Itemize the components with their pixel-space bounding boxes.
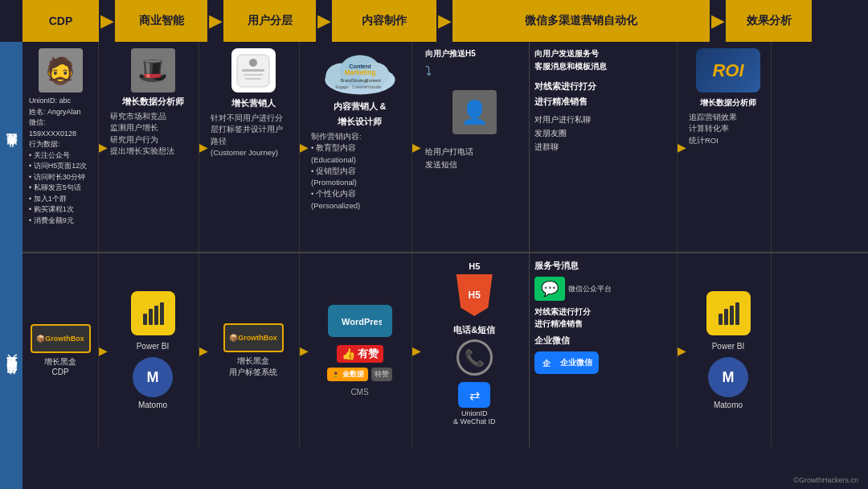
biz-seg-cell: 增长营销人 针对不同用户进行分 层打标签并设计用户 路径 (Customer J… [207, 42, 300, 252]
biz-arrow-5: ▶ [678, 42, 686, 252]
bi-desc: 研究市场和竞品 监测用户增长 研究用户行为 提出增长实验想法 [110, 111, 195, 157]
precision-sales: 对线索进行打分 [534, 80, 596, 92]
header-cdp-label: CDP [49, 14, 73, 27]
biz-row: 🧔 UnionID: abc 姓名: AngryAlan 微信: 159XXXX… [23, 42, 868, 253]
svg-rect-2 [242, 69, 264, 72]
biz-cdp-cell: 🧔 UnionID: abc 姓名: AngryAlan 微信: 159XXXX… [23, 42, 99, 252]
svg-text:企: 企 [542, 359, 551, 368]
powerbi-icon [131, 291, 175, 335]
header-cdp: CDP [23, 0, 99, 42]
h5-push-title: 向用户推送H5 [425, 48, 476, 60]
header-roi-label: 效果分析 [747, 14, 792, 28]
matomo-group: M Matomo [133, 357, 173, 409]
seg-icon [231, 48, 276, 92]
ent-wechat-icon: 企 企业微信 [534, 351, 599, 374]
roi-matomo-icon: M [708, 357, 748, 397]
svg-text:Marketing: Marketing [344, 69, 375, 76]
biz-arrow-1: ▶ [99, 42, 107, 252]
svg-rect-30 [735, 302, 739, 325]
wordpress-icon: WordPress [328, 305, 392, 337]
service-msg-section: 服务号消息 [534, 260, 579, 272]
svg-point-1 [249, 59, 257, 67]
credit-text: ©GrowthHackers.cn [793, 476, 858, 484]
biz-arrow-3: ▶ [300, 42, 308, 252]
tools-wechat-cell: H5 H5 电话&短信 📞 ⇄ UnionID & WeChat ID [420, 253, 678, 447]
tools-service-sub: 服务号消息 💬 微信公众平台 对线索进行打分 进行精准销售 企业微信 [530, 253, 678, 447]
biz-arrow-4: ▶ [412, 42, 420, 252]
html5-icon: H5 [457, 274, 493, 316]
header-bi: 商业智能 [115, 0, 207, 42]
growthbox-cdp-icon: 📦 GrowthBox [31, 324, 91, 353]
arrow-2: ▶ [207, 10, 223, 31]
header-seg-label: 用户分层 [248, 14, 293, 28]
tools-row: 📦 GrowthBox 增长黑盒 CDP ▶ [23, 253, 868, 447]
svg-rect-29 [730, 306, 734, 325]
unionid-group: ⇄ UnionID & WeChat ID [453, 382, 495, 425]
powerbi-label: Power BI [137, 342, 170, 351]
roi-icon: ROI [696, 48, 760, 92]
biz-arrow-2: ▶ [199, 42, 207, 252]
growthbox-seg-icon: 📦 GrowthBox [223, 323, 284, 352]
content-area: 业务流程 使用的营销工具 🧔 UnionID: abc 姓名: AngryAla… [0, 42, 868, 489]
phone-icon: 📞 [457, 339, 493, 376]
growthbox-seg-label: 增长黑盒 [237, 355, 269, 367]
tools-arrow-4: ▶ [412, 253, 420, 447]
service-msg-title2: 客服消息和模板消息 [534, 61, 607, 72]
roi-matomo-label: Matomo [714, 401, 743, 409]
tools-precision-label: 对线索进行打分 进行精准销售 [534, 306, 591, 330]
bi-role: 增长数据分析师 [122, 96, 184, 108]
seg-role: 增长营销人 [231, 97, 276, 109]
user-info: UnionID: abc 姓名: AngryAlan 微信: 159XXXX01… [26, 96, 95, 226]
h5-section-label: H5 [469, 261, 480, 271]
service-msg-title: 向用户发送服务号 [534, 48, 599, 60]
sales-avatar: 👤 [452, 90, 497, 134]
biz-label: 业务流程 [0, 42, 23, 265]
biz-wechat-cell: 向用户推送H5 ⤵ 👤 给用户打电话 发送短信 向用户发送服务号 [420, 42, 678, 252]
svg-rect-21 [160, 302, 164, 325]
phone-sms-label: 电话&短信 [453, 324, 495, 336]
svg-text:Engage: Engage [335, 85, 348, 89]
tools-h5-sub: H5 H5 电话&短信 📞 ⇄ UnionID & WeChat ID [420, 253, 530, 447]
content-role: 内容营销人 & [334, 101, 387, 113]
main-grid: 🧔 UnionID: abc 姓名: AngryAlan 微信: 159XXXX… [23, 42, 868, 489]
arrow-4: ▶ [436, 10, 452, 31]
dashed-arrows: ⤵ [425, 64, 432, 79]
youzan-icon: 👍有赞 [337, 345, 383, 363]
svg-text:Content: Content [365, 78, 381, 83]
svg-rect-20 [154, 306, 158, 325]
header-seg: 用户分层 [223, 0, 316, 42]
content-marketing-cloud: Content Marketing Brand Strategy Content… [320, 48, 400, 101]
tools-seg-cell: 📦 GrowthBox 增长黑盒 用户标签系统 [207, 253, 300, 447]
wechatid-label: & WeChat ID [453, 417, 495, 425]
left-labels: 业务流程 使用的营销工具 [0, 42, 23, 489]
svg-rect-19 [149, 309, 153, 325]
svg-text:Customer: Customer [352, 85, 368, 89]
ent-wechat-label: 企业微信 [534, 335, 570, 347]
tools-arrow-5: ▶ [678, 253, 686, 447]
biz-content-cell: Content Marketing Brand Strategy Content… [308, 42, 412, 252]
biz-bi-cell: 🎩 增长数据分析师 研究市场和竞品 监测用户增长 研究用户行为 提出增长实验想法 [107, 42, 199, 252]
biz-roi-cell: ROI 增长数据分析师 追踪营销效果 计算转化率 统计ROI [686, 42, 772, 252]
main-container: CDP ▶ 商业智能 ▶ 用户分层 ▶ 内容制作 ▶ 微信多渠道营销自动化 ▶ … [0, 0, 868, 489]
youzan-row: 👍有赞 [337, 345, 383, 363]
growthbox-seg-sub: 用户标签系统 [229, 367, 277, 378]
wechat-green-icon: 💬 [534, 277, 565, 301]
jindou-row: 🌻 金数据 特赞 [327, 368, 392, 381]
svg-text:Brand: Brand [340, 78, 352, 83]
user-avatar: 🧔 [39, 48, 83, 92]
header-wechat-label: 微信多渠道营销自动化 [525, 14, 637, 28]
svg-rect-28 [724, 309, 728, 325]
svg-rect-27 [719, 314, 723, 325]
analyst-avatar: 🎩 [131, 48, 175, 92]
matomo-icon: M [133, 357, 173, 397]
svg-rect-4 [245, 78, 261, 80]
precision-sales2: 进行精准销售 [534, 96, 588, 108]
cms-label: CMS [350, 388, 368, 397]
tools-cdp-cell: 📦 GrowthBox 增长黑盒 CDP [23, 253, 99, 447]
tools-content-cell: WordPress 👍有赞 🌻 金数据 特赞 CMS [308, 253, 412, 447]
content-role2: 增长设计师 [338, 116, 382, 128]
tools-arrow-2: ▶ [199, 253, 207, 447]
header-bi-label: 商业智能 [139, 14, 184, 28]
roi-matomo-group: M Matomo [708, 357, 748, 409]
powerbi-group: Power BI [131, 291, 175, 351]
